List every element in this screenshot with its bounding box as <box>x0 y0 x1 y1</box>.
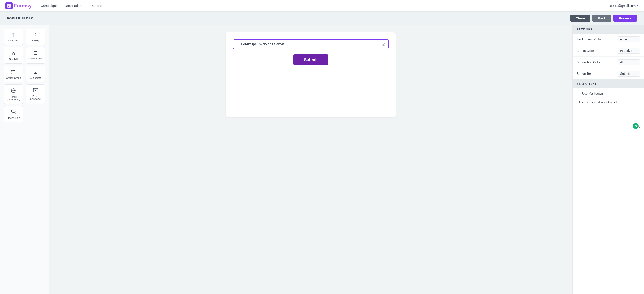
component-textfield[interactable]: A Textfield <box>4 47 24 64</box>
background-color-value[interactable]: none <box>618 37 640 42</box>
static-text-textarea-container: Lorem ipsum dolor sit amet G <box>577 98 640 130</box>
user-email: test6+1@gmail.com <box>608 4 636 8</box>
textfield-icon: A <box>12 51 16 56</box>
chevron-down-icon: ▼ <box>636 5 639 7</box>
checkbox-icon: ☑ <box>33 70 38 75</box>
component-multiline-text[interactable]: ☰ Multiline Text <box>26 47 46 64</box>
svg-point-8 <box>14 90 15 91</box>
component-static-text-label: Static Text <box>8 39 19 42</box>
component-checkbox-label: Checkbox <box>30 76 41 79</box>
submit-button-wrapper: Submit <box>233 54 389 65</box>
svg-line-11 <box>12 110 16 113</box>
builder-header: FORM BUILDER Close Back Preview <box>0 12 644 25</box>
use-markdown-checkbox[interactable] <box>577 92 580 95</box>
form-field-value: Lorem ipsum dolor sit amet <box>241 42 380 46</box>
component-email-mailchimp[interactable]: Email (MailChimp) <box>4 84 24 104</box>
svg-rect-4 <box>12 72 16 72</box>
component-rating-label: Rating <box>32 39 39 42</box>
button-text-color-value[interactable]: #fff <box>618 59 640 65</box>
component-option-group[interactable]: Option Group <box>4 66 24 82</box>
button-text-label: Button Text <box>577 72 616 75</box>
svg-point-5 <box>11 73 12 74</box>
settings-panel: SETTINGS Background Color none Button Co… <box>572 25 644 294</box>
list-icon <box>11 70 16 75</box>
svg-rect-6 <box>12 73 16 73</box>
use-markdown-row: Use Markdown <box>577 92 640 95</box>
sendgrid-icon <box>33 88 38 93</box>
component-email-sendgrid[interactable]: Email (SendGrid) <box>26 84 46 104</box>
static-text-section: Use Markdown Lorem ipsum dolor sit amet … <box>573 88 644 134</box>
components-sidebar: ¶ Static Text ☆ Rating A Textfield ☰ Mul… <box>0 25 49 294</box>
svg-point-3 <box>11 72 12 72</box>
component-option-group-label: Option Group <box>6 77 21 79</box>
static-text-section-header: STATIC TEXT <box>573 79 644 88</box>
navbar: Formsy Campaigns Destinations Reports te… <box>0 0 644 12</box>
use-markdown-label[interactable]: Use Markdown <box>582 92 603 95</box>
nav-destinations[interactable]: Destinations <box>64 4 83 8</box>
button-text-color-label: Button Text Color <box>577 60 616 64</box>
builder-actions: Close Back Preview <box>570 15 637 22</box>
hidden-icon <box>11 110 16 115</box>
component-hidden-field[interactable]: Hidden Field <box>4 106 24 122</box>
component-multiline-label: Multiline Text <box>28 57 42 60</box>
form-field-static-text[interactable]: ⠿ Lorem ipsum dolor sit amet ⊗ <box>233 39 389 49</box>
preview-button[interactable]: Preview <box>613 15 637 22</box>
component-textfield-label: Textfield <box>9 58 18 61</box>
star-icon: ☆ <box>33 33 38 37</box>
multiline-icon: ☰ <box>34 51 38 55</box>
nav-reports[interactable]: Reports <box>90 4 102 8</box>
settings-row-background-color: Background Color none <box>573 34 644 45</box>
logo-text: Formsy <box>14 3 32 9</box>
logo[interactable]: Formsy <box>5 2 32 10</box>
settings-row-button-color: Button Color #631d7b <box>573 45 644 57</box>
drag-handle-icon: ⠿ <box>236 42 239 46</box>
canvas-area: ⠿ Lorem ipsum dolor sit amet ⊗ Submit <box>49 25 572 294</box>
close-button[interactable]: Close <box>570 15 590 22</box>
nav-campaigns[interactable]: Campaigns <box>40 4 58 8</box>
builder-title: FORM BUILDER <box>7 17 570 20</box>
paragraph-icon: ¶ <box>12 33 15 37</box>
button-color-value[interactable]: #631d7b <box>618 48 640 54</box>
grammarly-icon: G <box>633 123 639 129</box>
svg-rect-9 <box>33 88 38 92</box>
logo-icon <box>5 2 12 10</box>
nav-links: Campaigns Destinations Reports <box>40 4 608 8</box>
settings-section-header: SETTINGS <box>573 25 644 34</box>
svg-point-1 <box>11 70 12 71</box>
svg-rect-2 <box>12 70 16 71</box>
field-clear-button[interactable]: ⊗ <box>382 42 386 46</box>
mailchimp-icon <box>11 88 16 94</box>
component-hidden-field-label: Hidden Field <box>6 117 20 119</box>
button-text-value[interactable]: Submit <box>618 71 640 77</box>
main-layout: ¶ Static Text ☆ Rating A Textfield ☰ Mul… <box>0 25 644 294</box>
component-email-sendgrid-label: Email (SendGrid) <box>28 95 44 100</box>
background-color-label: Background Color <box>577 38 616 41</box>
button-color-label: Button Color <box>577 49 616 53</box>
nav-user[interactable]: test6+1@gmail.com ▼ <box>608 4 639 8</box>
settings-row-button-text: Button Text Submit <box>573 68 644 79</box>
component-rating[interactable]: ☆ Rating <box>26 29 46 45</box>
component-static-text[interactable]: ¶ Static Text <box>4 29 24 45</box>
component-checkbox[interactable]: ☑ Checkbox <box>26 66 46 82</box>
submit-button[interactable]: Submit <box>294 54 328 65</box>
settings-row-button-text-color: Button Text Color #fff <box>573 57 644 68</box>
back-button[interactable]: Back <box>592 15 611 22</box>
form-canvas: ⠿ Lorem ipsum dolor sit amet ⊗ Submit <box>226 32 396 117</box>
component-email-mailchimp-label: Email (MailChimp) <box>6 96 22 101</box>
static-text-textarea[interactable]: Lorem ipsum dolor sit amet <box>577 98 640 129</box>
